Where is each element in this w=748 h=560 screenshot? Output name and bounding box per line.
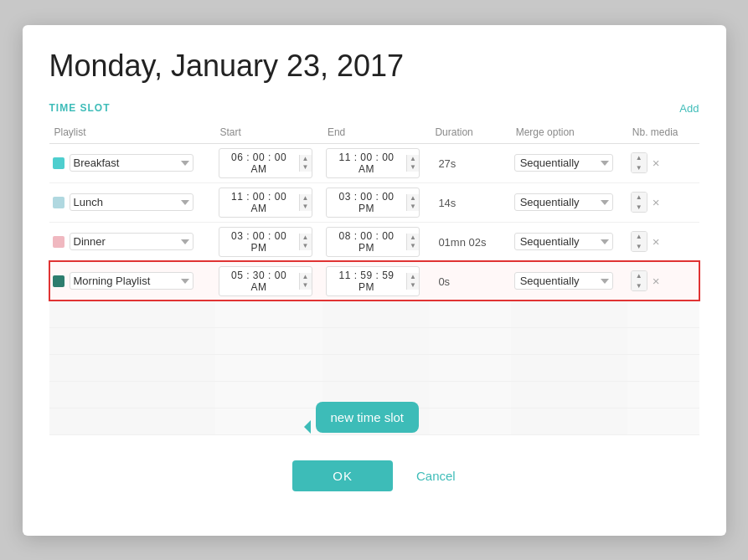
empty-cell xyxy=(430,381,510,408)
nb-spin-lunch: ▲ ▼ xyxy=(631,192,647,213)
playlist-select-morning[interactable]: Morning Playlist xyxy=(70,272,193,290)
add-link[interactable]: Add xyxy=(679,102,699,115)
start-spin-down-lunch[interactable]: ▼ xyxy=(300,203,312,211)
duration-cell-morning: 0s xyxy=(430,261,510,301)
dialog-title: Monday, January 23, 2017 xyxy=(49,49,699,84)
col-header-duration: Duration xyxy=(430,123,510,144)
cancel-button[interactable]: Cancel xyxy=(416,469,456,483)
start-val-lunch: 11 : 00 : 00 AM xyxy=(219,188,299,217)
merge-select-lunch[interactable]: Sequentially xyxy=(514,193,613,211)
nb-spin-up-dinner[interactable]: ▲ xyxy=(632,232,647,242)
merge-select-morning[interactable]: Sequentially xyxy=(514,272,613,290)
nb-media-inner-breakfast: ▲ ▼ × xyxy=(631,152,696,173)
playlist-select-dinner[interactable]: Dinner xyxy=(70,233,193,250)
empty-row xyxy=(49,327,699,354)
empty-cell xyxy=(627,408,699,434)
nb-media-cell-dinner: ▲ ▼ × xyxy=(627,222,699,261)
duration-val-breakfast: 27s xyxy=(433,155,461,172)
end-spin-up-dinner[interactable]: ▲ xyxy=(407,234,419,242)
playlist-select-breakfast[interactable]: Breakfast xyxy=(70,154,193,172)
col-header-merge: Merge option xyxy=(511,123,627,144)
duration-val-lunch: 14s xyxy=(433,194,461,212)
playlist-select-lunch[interactable]: Lunch xyxy=(70,193,193,211)
empty-cell xyxy=(215,301,322,327)
empty-cell xyxy=(322,327,430,354)
start-spin-up-lunch[interactable]: ▲ xyxy=(300,194,312,203)
start-spin-down-breakfast[interactable]: ▼ xyxy=(300,163,312,172)
nb-spin-down-dinner[interactable]: ▼ xyxy=(632,242,647,252)
start-spin-up-breakfast[interactable]: ▲ xyxy=(300,155,312,163)
nb-spin-down-morning[interactable]: ▼ xyxy=(632,281,647,291)
empty-cell xyxy=(215,327,322,354)
start-spin-morning: ▲ ▼ xyxy=(299,273,312,290)
remove-btn-dinner[interactable]: × xyxy=(651,234,662,249)
end-spin-down-morning[interactable]: ▼ xyxy=(407,281,419,290)
end-spin-down-lunch[interactable]: ▼ xyxy=(407,203,419,211)
col-header-end: End xyxy=(322,123,430,144)
merge-cell-morning: Sequentially xyxy=(511,261,627,301)
nb-spin-down-breakfast[interactable]: ▼ xyxy=(632,163,647,173)
section-header: TIME SLOT Add xyxy=(49,102,699,115)
start-spin-down-dinner[interactable]: ▼ xyxy=(300,242,312,250)
playlist-color-breakfast xyxy=(53,157,64,169)
empty-cell xyxy=(215,381,322,408)
end-input-lunch: 03 : 00 : 00 PM ▲ ▼ xyxy=(326,188,420,218)
nb-media-inner-morning: ▲ ▼ × xyxy=(631,270,696,291)
start-cell-dinner: 03 : 00 : 00 PM ▲ ▼ xyxy=(215,222,322,261)
start-input-breakfast: 06 : 00 : 00 AM ▲ ▼ xyxy=(219,148,312,178)
end-val-dinner: 08 : 00 : 00 PM xyxy=(327,228,406,256)
nb-spin-up-morning[interactable]: ▲ xyxy=(632,271,647,281)
end-input-dinner: 08 : 00 : 00 PM ▲ ▼ xyxy=(326,227,420,257)
merge-cell-lunch: Sequentially xyxy=(511,182,627,222)
empty-cell xyxy=(430,301,510,327)
end-val-lunch: 03 : 00 : 00 PM xyxy=(327,188,406,217)
playlist-cell-inner: Breakfast xyxy=(53,154,212,172)
col-header-start: Start xyxy=(215,123,322,144)
empty-row xyxy=(49,381,699,408)
start-cell-breakfast: 06 : 00 : 00 AM ▲ ▼ xyxy=(215,143,322,182)
duration-cell-lunch: 14s xyxy=(430,182,510,222)
end-spin-down-breakfast[interactable]: ▼ xyxy=(407,163,419,172)
end-spin-up-lunch[interactable]: ▲ xyxy=(407,194,419,203)
end-spin-up-breakfast[interactable]: ▲ xyxy=(407,155,419,163)
main-dialog: Monday, January 23, 2017 TIME SLOT Add P… xyxy=(23,25,726,536)
nb-spin-up-breakfast[interactable]: ▲ xyxy=(632,153,647,163)
start-spin-dinner: ▲ ▼ xyxy=(299,234,312,250)
start-spin-up-dinner[interactable]: ▲ xyxy=(300,234,312,242)
empty-cell xyxy=(49,354,215,381)
end-val-breakfast: 11 : 00 : 00 AM xyxy=(327,149,406,177)
nb-spin-up-lunch[interactable]: ▲ xyxy=(632,193,647,203)
playlist-cell-dinner: Dinner xyxy=(49,222,215,261)
end-input-breakfast: 11 : 00 : 00 AM ▲ ▼ xyxy=(326,148,420,178)
start-cell-lunch: 11 : 00 : 00 AM ▲ ▼ xyxy=(215,182,322,222)
start-spin-up-morning[interactable]: ▲ xyxy=(300,273,312,281)
duration-val-dinner: 01mn 02s xyxy=(433,234,491,251)
remove-btn-breakfast[interactable]: × xyxy=(651,156,662,170)
start-spin-lunch: ▲ ▼ xyxy=(299,194,312,211)
ok-button[interactable]: OK xyxy=(292,460,393,491)
playlist-color-lunch xyxy=(53,197,64,208)
empty-cell xyxy=(430,408,510,434)
nb-media-inner-dinner: ▲ ▼ × xyxy=(631,231,696,252)
start-spin-down-morning[interactable]: ▼ xyxy=(300,281,312,290)
remove-btn-morning[interactable]: × xyxy=(651,274,662,288)
nb-spin-dinner: ▲ ▼ xyxy=(631,231,647,252)
end-spin-lunch: ▲ ▼ xyxy=(406,194,419,211)
empty-cell xyxy=(215,408,322,434)
end-spin-dinner: ▲ ▼ xyxy=(406,234,419,250)
end-spin-down-dinner[interactable]: ▼ xyxy=(407,242,419,250)
table-row: Breakfast 06 : 00 : 00 AM ▲ ▼ 11 : 00 : … xyxy=(49,143,699,182)
start-cell-morning: 05 : 30 : 00 AM ▲ ▼ xyxy=(215,261,322,301)
end-spin-up-morning[interactable]: ▲ xyxy=(407,273,419,281)
merge-select-dinner[interactable]: Sequentially xyxy=(514,233,613,250)
merge-cell-dinner: Sequentially xyxy=(511,222,627,261)
empty-cell xyxy=(215,354,322,381)
empty-cell xyxy=(511,354,627,381)
start-val-breakfast: 06 : 00 : 00 AM xyxy=(219,149,299,177)
empty-row xyxy=(49,408,699,434)
end-cell-breakfast: 11 : 00 : 00 AM ▲ ▼ xyxy=(322,143,430,182)
empty-row xyxy=(49,301,699,327)
merge-select-breakfast[interactable]: Sequentially xyxy=(514,154,613,172)
remove-btn-lunch[interactable]: × xyxy=(651,195,662,209)
nb-spin-down-lunch[interactable]: ▼ xyxy=(632,203,647,213)
